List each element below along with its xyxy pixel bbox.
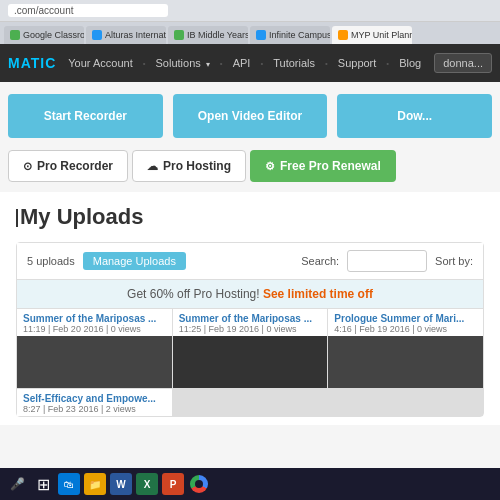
video-thumbnail-1: [173, 336, 328, 388]
solutions-arrow: ▾: [206, 60, 210, 69]
sub-tab-pro-hosting[interactable]: ☁ Pro Hosting: [132, 150, 246, 182]
video-card-1[interactable]: Summer of the Mariposas ... 11:25 | Feb …: [173, 309, 328, 388]
nav-support[interactable]: Support: [338, 57, 377, 69]
action-buttons-row: Start Recorder Open Video Editor Dow...: [0, 82, 500, 150]
uploads-header: 5 uploads Manage Uploads Search: Sort by…: [17, 243, 483, 280]
video-meta-0: Summer of the Mariposas ... 11:19 | Feb …: [17, 309, 172, 336]
tab-infinite[interactable]: Infinite Campus: [250, 26, 330, 44]
video-grid: Summer of the Mariposas ... 11:19 | Feb …: [17, 309, 483, 416]
taskbar-store-icon[interactable]: 🛍: [58, 473, 80, 495]
tab-google[interactable]: Google Classroom: [4, 26, 84, 44]
taskbar-excel-icon[interactable]: X: [136, 473, 158, 495]
nav-api[interactable]: API: [233, 57, 251, 69]
uploads-area: 5 uploads Manage Uploads Search: Sort by…: [16, 242, 484, 417]
taskbar-explorer-icon[interactable]: 📁: [84, 473, 106, 495]
taskbar-powerpoint-icon[interactable]: P: [162, 473, 184, 495]
video-card-2[interactable]: Prologue Summer of Mari... 4:16 | Feb 19…: [328, 309, 483, 388]
video-meta-1: Summer of the Mariposas ... 11:25 | Feb …: [173, 309, 328, 336]
manage-uploads-button[interactable]: Manage Uploads: [83, 252, 186, 270]
video-card-3[interactable]: Self-Efficacy and Empowe... 8:27 | Feb 2…: [17, 389, 172, 416]
renewal-icon: ⚙: [265, 160, 275, 173]
sort-label: Sort by:: [435, 255, 473, 267]
tab-favicon-ib: [174, 30, 184, 40]
nav-tutorials[interactable]: Tutorials: [273, 57, 315, 69]
video-card-0[interactable]: Summer of the Mariposas ... 11:19 | Feb …: [17, 309, 172, 388]
account-button[interactable]: donna...: [434, 53, 492, 73]
recorder-icon: ⊙: [23, 160, 32, 173]
nav-links: Your Account • Solutions ▾ • API • Tutor…: [68, 57, 434, 69]
tab-favicon-myp: [338, 30, 348, 40]
browser-bar: .com/account: [0, 0, 500, 22]
nav-your-account[interactable]: Your Account: [68, 57, 132, 69]
open-video-editor-button[interactable]: Open Video Editor: [173, 94, 328, 138]
sub-tabs-row: ⊙ Pro Recorder ☁ Pro Hosting ⚙ Free Pro …: [0, 150, 500, 192]
tab-alturas[interactable]: Alturas Internatio...: [86, 26, 166, 44]
tab-favicon-google: [10, 30, 20, 40]
taskbar-chrome-icon[interactable]: [188, 473, 210, 495]
video-thumbnail-2: [328, 336, 483, 388]
video-thumbnail-0: [17, 336, 172, 388]
video-meta-2: Prologue Summer of Mari... 4:16 | Feb 19…: [328, 309, 483, 336]
taskbar-mic-icon[interactable]: 🎤: [6, 473, 28, 495]
promo-link[interactable]: See limited time off: [263, 287, 373, 301]
nav-blog[interactable]: Blog: [399, 57, 421, 69]
hosting-icon: ☁: [147, 160, 158, 173]
browser-tabs: Google Classroom Alturas Internatio... I…: [0, 22, 500, 44]
promo-banner: Get 60% off Pro Hosting! See limited tim…: [17, 280, 483, 309]
start-recorder-button[interactable]: Start Recorder: [8, 94, 163, 138]
url-bar[interactable]: .com/account: [8, 4, 168, 17]
nav-solutions[interactable]: Solutions ▾: [156, 57, 210, 69]
search-input[interactable]: [347, 250, 427, 272]
taskbar-windows-icon[interactable]: ⊞: [32, 473, 54, 495]
tab-favicon-alturas: [92, 30, 102, 40]
text-cursor: [16, 209, 18, 227]
sub-tab-pro-recorder[interactable]: ⊙ Pro Recorder: [8, 150, 128, 182]
tab-ib[interactable]: IB Middle Years Pro...: [168, 26, 248, 44]
video-meta-3: Self-Efficacy and Empowe... 8:27 | Feb 2…: [17, 389, 172, 416]
taskbar-word-icon[interactable]: W: [110, 473, 132, 495]
tab-myp[interactable]: MYP Unit Planner –: [332, 26, 412, 44]
search-label: Search:: [301, 255, 339, 267]
main-content: My Uploads 5 uploads Manage Uploads Sear…: [0, 192, 500, 425]
taskbar: 🎤 ⊞ 🛍 📁 W X P: [0, 468, 500, 500]
sub-tab-free-pro-renewal[interactable]: ⚙ Free Pro Renewal: [250, 150, 396, 182]
tab-favicon-infinite: [256, 30, 266, 40]
page-title: My Uploads: [16, 204, 484, 230]
download-button[interactable]: Dow...: [337, 94, 492, 138]
brand-logo: MATIC: [8, 55, 56, 71]
navbar: MATIC Your Account • Solutions ▾ • API •…: [0, 44, 500, 82]
uploads-count: 5 uploads: [27, 255, 75, 267]
